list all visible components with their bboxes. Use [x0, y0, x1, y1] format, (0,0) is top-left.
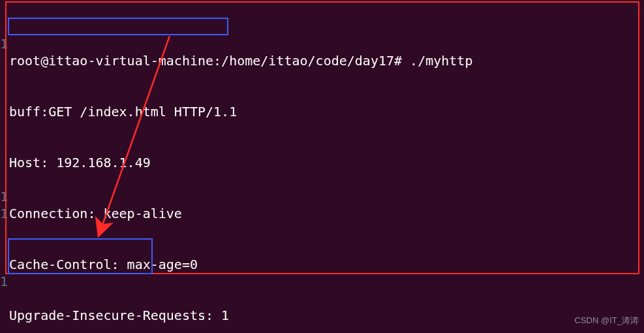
gutter: 1 1 1 1: [0, 1, 7, 307]
output-line: Upgrade-Insecure-Requests: 1: [9, 307, 644, 324]
terminal-output: 1 1 1 1 root@ittao-virtual-machine:/home…: [0, 1, 644, 333]
output-line: Host: 192.168.1.49: [9, 154, 644, 171]
prompt-line: root@ittao-virtual-machine:/home/ittao/c…: [9, 52, 644, 69]
output-line: buff:GET /index.html HTTP/1.1: [9, 103, 644, 120]
output-line: Cache-Control: max-age=0: [9, 256, 644, 273]
output-line: Connection: keep-alive: [9, 205, 644, 222]
